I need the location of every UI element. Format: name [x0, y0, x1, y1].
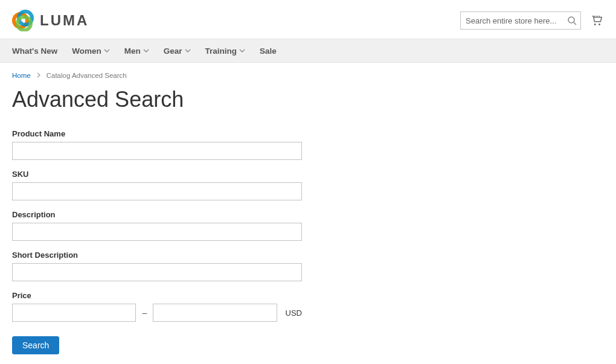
brand-text: LUMA: [40, 12, 89, 29]
nav-whats-new[interactable]: What's New: [5, 39, 65, 62]
price-currency: USD: [286, 308, 302, 318]
breadcrumb-separator-icon: [37, 71, 40, 80]
price-label: Price: [12, 291, 302, 300]
nav-label: Men: [124, 46, 141, 56]
product-name-label: Product Name: [12, 129, 302, 138]
main-nav: What's New Women Men Gear Training Sale: [0, 39, 616, 63]
sku-label: SKU: [12, 170, 302, 179]
breadcrumb-home[interactable]: Home: [12, 72, 31, 79]
nav-label: Training: [205, 46, 237, 56]
global-search: [460, 11, 581, 30]
search-icon: [567, 16, 577, 25]
price-range-separator: –: [142, 308, 147, 318]
chevron-down-icon: [239, 48, 245, 54]
chevron-down-icon: [104, 48, 110, 54]
cart-icon: [590, 14, 603, 27]
page-title: Advanced Search: [12, 87, 604, 112]
nav-label: Sale: [260, 46, 277, 56]
short-description-label: Short Description: [12, 251, 302, 260]
search-submit-button[interactable]: Search: [12, 336, 59, 354]
svg-line-4: [574, 22, 576, 25]
description-label: Description: [12, 210, 302, 219]
advanced-search-form: Product Name SKU Description Short Descr…: [12, 129, 302, 354]
chevron-down-icon: [185, 48, 191, 54]
breadcrumb-current: Catalog Advanced Search: [47, 72, 127, 79]
sku-field[interactable]: [12, 182, 302, 200]
breadcrumb: Home Catalog Advanced Search: [12, 71, 604, 80]
description-field[interactable]: [12, 223, 302, 241]
header: LUMA: [0, 0, 616, 39]
nav-sale[interactable]: Sale: [252, 39, 284, 62]
luma-icon: [12, 10, 34, 31]
product-name-field[interactable]: [12, 142, 302, 160]
short-description-field[interactable]: [12, 263, 302, 281]
nav-men[interactable]: Men: [117, 39, 156, 62]
nav-gear[interactable]: Gear: [156, 39, 198, 62]
cart-link[interactable]: [589, 13, 604, 28]
chevron-down-icon: [143, 48, 149, 54]
svg-point-3: [568, 17, 574, 23]
svg-point-6: [598, 24, 600, 25]
price-from-field[interactable]: [12, 304, 136, 322]
nav-label: Women: [72, 46, 101, 56]
nav-label: What's New: [12, 46, 57, 56]
nav-women[interactable]: Women: [65, 39, 117, 62]
svg-point-5: [594, 24, 596, 25]
nav-training[interactable]: Training: [198, 39, 253, 62]
nav-label: Gear: [164, 46, 182, 56]
price-to-field[interactable]: [153, 304, 277, 322]
search-button[interactable]: [563, 11, 581, 30]
brand-logo[interactable]: LUMA: [12, 10, 89, 31]
